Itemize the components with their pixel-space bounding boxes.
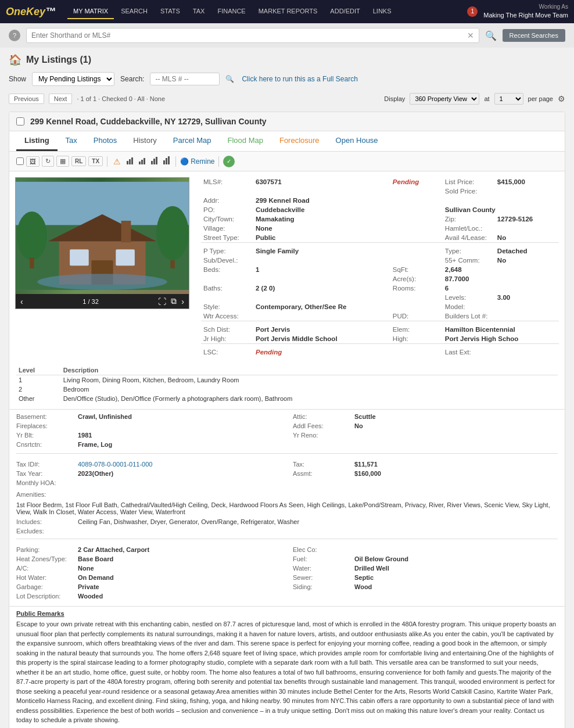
amenities-feature: Amenities: 1st Floor Bedrm, 1st Floor Fu… [16,490,558,516]
ptype-row: P Type: Single Family Type: Detached [201,246,559,256]
toolbar-rl-btn[interactable]: RL [71,156,86,166]
city-row: City/Town: Mamakating Zip: 12729-5126 [201,214,559,224]
prev-button[interactable]: Previous [9,94,44,104]
status-value: Pending [390,177,443,187]
assmt-feature: Assmt: $160,000 [293,469,558,478]
search-input[interactable] [31,31,464,40]
level-col-header: Level [16,365,61,375]
tab-foreclosure[interactable]: Foreclosure [271,131,328,151]
listing-address: 299 Kennel Road, Cuddebackville, NY 1272… [30,117,267,126]
nav-finance[interactable]: FINANCE [211,4,251,19]
page-info: · 1 of 1 · Checked 0 · All · None [77,95,165,102]
next-button[interactable]: Next [49,94,73,104]
search-button[interactable]: 🔍 [485,30,497,41]
high-value: Port Jervis High Schoo [443,334,559,344]
nav-links[interactable]: LINKS [367,4,397,19]
attic-feature: Attic: Scuttle [293,413,558,421]
lsc-value: Pending [253,347,390,357]
nav-tax[interactable]: TAX [187,4,211,19]
tab-parcel-map[interactable]: Parcel Map [165,131,220,151]
street-type-value: Public [253,233,390,243]
type-label: Type: [443,246,495,256]
avail-value: No [495,233,559,243]
logo: OneKey™ [6,6,56,18]
list-price-label: List Price: [443,177,495,187]
tab-history[interactable]: History [125,131,164,151]
bar-chart-icon-3[interactable] [149,155,159,167]
water-feature: Water: Drilled Well [293,564,558,572]
acres-row: Acre(s): 87.7000 [201,274,559,284]
at-label: at [484,95,489,102]
show-dropdown[interactable]: My Pending Listings [32,72,114,86]
working-as-label: Working As [483,3,568,11]
toolbar-photo-btn[interactable]: 🖼 [26,156,40,167]
addr-label: Addr: [201,196,253,205]
toolbar-tx-btn[interactable]: TX [88,156,103,166]
photo-copy-btn[interactable]: ⧉ [171,296,177,306]
tab-flood-map[interactable]: Flood Map [220,131,271,151]
toolbar-refresh-btn[interactable]: ↻ [42,156,54,167]
nav-my-matrix[interactable]: MY MATRIX [67,4,114,19]
settings-icon[interactable]: ⚙ [558,94,565,103]
street-row: Street Type: Public Avail 4/Lease: No [201,233,559,243]
svg-rect-11 [170,260,174,268]
listing-checkbox[interactable] [16,117,24,125]
nav-add-edit[interactable]: ADD/EDIT [324,4,365,19]
nav-stats[interactable]: STATS [155,4,186,19]
listing-body: ‹ 1 / 32 ⛶ ⧉ › MLS#: 6307571 [9,171,565,363]
remine-icon: 🔵 [180,157,189,166]
includes-value: Ceiling Fan, Dishwasher, Dryer, Generato… [78,518,299,525]
hot-water-feature: Hot Water: On Demand [16,573,281,582]
photo-container: ‹ 1 / 32 ⛶ ⧉ › [15,177,189,309]
remarks-section: Public Remarks Escape to your own privat… [9,606,565,728]
tab-tax[interactable]: Tax [58,131,85,151]
per-page-select[interactable]: 1 [494,93,523,105]
full-search-link[interactable]: Click here to run this as a Full Search [242,75,357,83]
last-ext-label: Last Ext: [443,347,495,357]
bar-chart-icon-1[interactable] [125,155,135,167]
photo-next-btn[interactable]: › [181,296,184,306]
jrhigh-row: Jr High: Port Jervis Middle School High:… [201,334,559,344]
mls-row: MLS#: 6307571 Pending List Price: $415,0… [201,177,559,187]
notification-bell[interactable]: 1 [467,6,478,17]
subdevel-row: Sub/Devel.: 55+ Comm: No [201,256,559,265]
display-select[interactable]: 360 Property View [410,93,479,105]
beds-row: Beds: 1 SqFt: 2,648 [201,265,559,274]
toolbar-checkbox[interactable] [16,157,24,165]
green-status-icon: ✓ [223,156,235,167]
remarks-text: Escape to your own private retreat with … [16,619,558,725]
page-header: 🏠 My Listings (1) [9,53,565,66]
tab-open-house[interactable]: Open House [328,131,386,151]
lot-desc-feature: Lot Description: Wooded [16,592,281,600]
logo-text: One [6,6,26,17]
parking-label: Parking: [16,546,74,553]
siding-value: Wood [354,583,372,590]
addr-value: 299 Kennel Road [253,196,443,205]
tab-listing[interactable]: Listing [16,131,58,151]
photo-expand-btn[interactable]: ⛶ [158,296,166,306]
clear-search-icon[interactable]: ✕ [467,31,474,40]
bar-chart-icon-2[interactable] [137,155,147,167]
tax-id-link[interactable]: 4089-078-0-0001-011-000 [78,461,152,468]
bar-chart-icon-4[interactable] [162,155,171,167]
fuel-feature: Fuel: Oil Below Ground [293,555,558,563]
yr-blt-feature: Yr Blt: 1981 [16,431,281,439]
page-title: My Listings (1) [26,55,91,65]
help-button[interactable]: ? [9,30,20,41]
style-label: Style: [201,302,253,311]
photo-prev-btn[interactable]: ‹ [20,297,23,306]
mls-input[interactable] [150,73,220,85]
tax-value: $11,571 [354,461,378,468]
levels-section: Level Description 1 Living Room, Dining … [9,365,565,409]
excludes-label: Excludes: [16,528,74,535]
fuel-value: Oil Below Ground [354,555,408,562]
remine-link[interactable]: 🔵 Remine [180,157,214,166]
search-bar: ? ✕ 🔍 Recent Searches [0,23,574,48]
tab-photos[interactable]: Photos [85,131,125,151]
recent-searches-button[interactable]: Recent Searches [503,29,565,42]
hot-water-value: On Demand [78,574,114,581]
nav-search[interactable]: SEARCH [115,4,153,19]
nav-market-reports[interactable]: MARKET REPORTS [253,4,324,19]
toolbar-grid-btn[interactable]: ▦ [56,156,69,167]
display-label: Display [384,95,405,102]
